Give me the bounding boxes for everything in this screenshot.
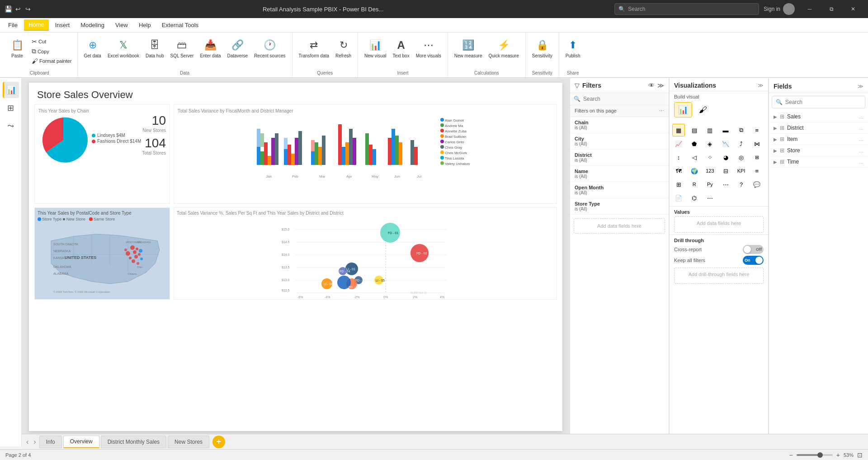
get-data-button[interactable]: ⊕ Get data xyxy=(81,36,104,61)
menu-help[interactable]: Help xyxy=(134,20,156,30)
viz-btn-100bar[interactable]: ▥ xyxy=(703,124,716,136)
viz-btn-py[interactable]: Py xyxy=(703,178,716,191)
menu-file[interactable]: File xyxy=(4,20,22,30)
new-visual-button[interactable]: 📊 New visual xyxy=(362,36,389,61)
viz-btn-decomp[interactable]: ⋯ xyxy=(719,178,732,191)
viz-btn-stacked-area[interactable]: ◈ xyxy=(703,137,716,150)
fields-expand-icon[interactable]: ≫ xyxy=(858,83,863,89)
filters-expand-icon[interactable]: ≫ xyxy=(657,82,664,89)
menu-home[interactable]: Home xyxy=(24,19,49,31)
viz-btn-matrix[interactable]: ⊞ xyxy=(672,178,685,191)
filter-chain[interactable]: Chain is (All) xyxy=(570,117,669,133)
zoom-thumb[interactable] xyxy=(817,452,823,458)
viz-btn-qna[interactable]: ? xyxy=(735,178,748,191)
viz-btn-area[interactable]: ⬟ xyxy=(688,137,701,150)
filters-search-input[interactable] xyxy=(583,96,665,102)
paste-button[interactable]: 📋 Paste xyxy=(5,36,29,61)
cut-button[interactable]: ✂ Cut xyxy=(30,37,74,46)
viz-btn-scatter[interactable]: ⁘ xyxy=(703,151,716,164)
data-hub-button[interactable]: 🗄 Data hub xyxy=(143,36,167,61)
dataverse-button[interactable]: 🔗 Dataverse xyxy=(225,36,251,61)
enter-data-button[interactable]: 📥 Enter data xyxy=(197,36,223,61)
viz-btn-kpi[interactable]: KPI xyxy=(735,164,748,177)
transform-data-button[interactable]: ⇄ Transform data xyxy=(296,36,332,61)
recent-sources-button[interactable]: 🕐 Recent sources xyxy=(251,36,288,61)
filters-more-icon[interactable]: ⋯ xyxy=(659,108,664,114)
tab-overview[interactable]: Overview xyxy=(63,436,99,448)
viz-btn-line-stacked[interactable]: 📉 xyxy=(719,137,732,150)
redo-icon[interactable]: ↪ xyxy=(24,5,32,13)
field-district[interactable]: ▶ ⊞ District … xyxy=(769,122,868,134)
viz-tab-format[interactable]: 🖌 xyxy=(694,102,712,117)
viz-btn-100col[interactable]: ≡ xyxy=(750,124,763,136)
save-icon[interactable]: 💾 xyxy=(5,5,12,13)
viz-btn-stacked-col[interactable]: ▬ xyxy=(719,124,732,136)
excel-workbook-button[interactable]: 𝕏 Excel workbook xyxy=(105,36,142,61)
field-item[interactable]: ▶ ⊞ Item … xyxy=(769,134,868,145)
values-add-box[interactable]: Add data fields here xyxy=(674,216,764,233)
viz-btn-donut[interactable]: ◎ xyxy=(735,151,748,164)
viz-btn-ribbon[interactable]: ⋈ xyxy=(750,137,763,150)
sql-server-button[interactable]: 🗃 SQL Server xyxy=(168,36,197,61)
viz-btn-line-clustered[interactable]: ⤴ xyxy=(735,137,748,150)
viz-btn-pie[interactable]: ◕ xyxy=(719,151,732,164)
format-painter-button[interactable]: 🖌 Format painter xyxy=(30,56,74,66)
filter-district[interactable]: District is (All) xyxy=(570,150,669,166)
tab-district-monthly[interactable]: District Monthly Sales xyxy=(101,436,166,448)
viz-btn-more[interactable]: ⋯ xyxy=(703,192,716,204)
restore-button[interactable]: ⧉ xyxy=(821,0,842,18)
zoom-out-icon[interactable]: − xyxy=(789,451,793,459)
field-store[interactable]: ▶ ⊞ Store … xyxy=(769,145,868,156)
close-button[interactable]: ✕ xyxy=(843,0,863,18)
viz-btn-smart-narrative[interactable]: 💬 xyxy=(750,178,763,191)
keep-filters-toggle[interactable]: On xyxy=(743,256,764,265)
drill-add-box[interactable]: Add drill-through fields here xyxy=(674,268,764,284)
filter-city[interactable]: City is (All) xyxy=(570,133,669,150)
viz-panel-expand-icon[interactable]: ≫ xyxy=(758,82,764,89)
tab-prev-icon[interactable]: ‹ xyxy=(24,437,30,447)
filter-store-type[interactable]: Store Type is (All) xyxy=(570,198,669,215)
viz-btn-line[interactable]: 📈 xyxy=(672,137,685,150)
global-search[interactable]: 🔍 Search xyxy=(614,3,759,15)
zoom-in-icon[interactable]: + xyxy=(836,451,840,459)
more-visuals-button[interactable]: ⋯ More visuals xyxy=(413,36,444,61)
minimize-button[interactable]: ─ xyxy=(799,0,820,18)
field-sales[interactable]: ▶ ⊞ Sales … xyxy=(769,111,868,122)
tab-info[interactable]: Info xyxy=(39,436,62,448)
filter-name[interactable]: Name is (All) xyxy=(570,166,669,182)
filters-visibility-icon[interactable]: 👁 xyxy=(648,82,655,89)
model-view-icon[interactable]: ⤳ xyxy=(3,118,19,134)
sensitivity-button[interactable]: 🔒 Sensitivity xyxy=(529,36,555,61)
filter-open-month[interactable]: Open Month is (All) xyxy=(570,182,669,198)
copy-button[interactable]: ⧉ Copy xyxy=(30,47,74,56)
viz-btn-waterfall[interactable]: ↕ xyxy=(672,151,685,164)
viz-btn-slicer[interactable]: ≡ xyxy=(750,164,763,177)
text-box-button[interactable]: A Text box xyxy=(390,36,412,61)
data-view-icon[interactable]: ⊞ xyxy=(3,100,19,116)
menu-insert[interactable]: Insert xyxy=(51,20,75,30)
menu-modeling[interactable]: Modeling xyxy=(76,20,109,30)
viz-btn-r[interactable]: R xyxy=(688,178,701,191)
refresh-button[interactable]: ↻ Refresh xyxy=(333,36,354,61)
viz-btn-table[interactable]: ⊟ xyxy=(719,164,732,177)
viz-btn-paginated[interactable]: 📄 xyxy=(672,192,685,204)
fields-search-input[interactable] xyxy=(785,99,861,105)
zoom-slider[interactable] xyxy=(797,454,833,456)
cross-report-toggle[interactable]: Off xyxy=(743,245,764,254)
viz-btn-123[interactable]: 123 xyxy=(703,164,716,177)
tab-new-stores[interactable]: New Stores xyxy=(168,436,209,448)
undo-icon[interactable]: ↩ xyxy=(14,5,22,13)
field-time[interactable]: ▶ ⊞ Time … xyxy=(769,156,868,168)
tab-add-button[interactable]: + xyxy=(212,436,225,448)
tab-next-icon[interactable]: › xyxy=(32,437,38,447)
viz-btn-treemap[interactable]: ⊞ xyxy=(750,151,763,164)
viz-tab-build[interactable]: 📊 xyxy=(674,102,692,117)
viz-btn-clustered-col[interactable]: ⧉ xyxy=(735,124,748,136)
report-view-icon[interactable]: 📊 xyxy=(3,82,19,98)
menu-view[interactable]: View xyxy=(111,20,132,30)
sign-in-area[interactable]: Sign in xyxy=(764,3,795,15)
viz-btn-filled-map[interactable]: 🌍 xyxy=(688,164,701,177)
viz-btn-stacked-bar[interactable]: ▦ xyxy=(672,124,685,136)
viz-btn-funnel[interactable]: ◁ xyxy=(688,151,701,164)
viz-btn-map[interactable]: 🗺 xyxy=(672,164,685,177)
